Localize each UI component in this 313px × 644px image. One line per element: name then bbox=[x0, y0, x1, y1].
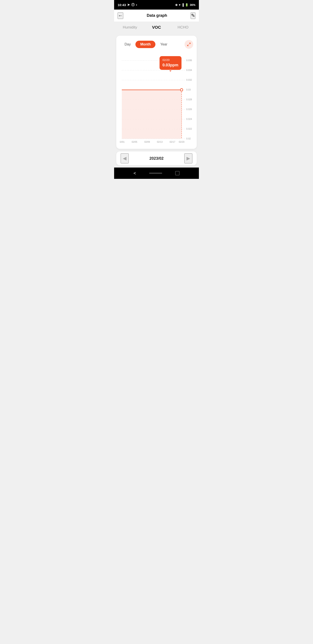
tab-voc[interactable]: VOC bbox=[143, 25, 170, 30]
fb-icon: ⓕ bbox=[131, 3, 135, 7]
system-bar: < bbox=[114, 168, 199, 179]
battery-icon: 🔋 bbox=[185, 3, 188, 6]
svg-text:02/09: 02/09 bbox=[144, 140, 150, 143]
back-button[interactable]: ← bbox=[118, 12, 123, 19]
status-bar: 10:43 ➤ ⓕ • ⊕ ▾ ▐ 🔋 36% bbox=[114, 0, 199, 10]
svg-text:0.022: 0.022 bbox=[186, 128, 192, 130]
period-row: Day Month Year bbox=[120, 40, 193, 49]
period-day-button[interactable]: Day bbox=[120, 41, 135, 48]
chart-area: 02/20 0.03ppm 0.036 bbox=[120, 54, 193, 145]
dot-icon: • bbox=[136, 3, 137, 7]
page-title: Data graph bbox=[147, 13, 167, 18]
svg-text:0.036: 0.036 bbox=[186, 59, 192, 62]
nav-bar: ◀ 2023/02 ▶ bbox=[116, 152, 197, 165]
status-left: 10:43 ➤ ⓕ • bbox=[118, 3, 137, 7]
recents-icon[interactable] bbox=[175, 171, 180, 175]
svg-text:02/13: 02/13 bbox=[157, 140, 163, 143]
home-pill[interactable] bbox=[149, 173, 162, 174]
svg-text:0.026: 0.026 bbox=[186, 108, 192, 110]
svg-text:0.032: 0.032 bbox=[186, 78, 192, 81]
svg-text:0.02: 0.02 bbox=[186, 137, 191, 140]
time: 10:43 bbox=[118, 3, 126, 7]
svg-text:0.03: 0.03 bbox=[186, 88, 191, 91]
svg-text:02/20: 02/20 bbox=[179, 140, 185, 143]
chart-svg: 0.036 0.034 0.032 0.03 0.028 0.026 0.024… bbox=[120, 54, 193, 145]
status-right: ⊕ ▾ ▐ 🔋 36% bbox=[175, 3, 195, 6]
tab-row: Humidity VOC HCHO bbox=[114, 22, 199, 33]
edit-button[interactable]: ✎ bbox=[191, 12, 195, 19]
plus-icon: ⊕ bbox=[175, 3, 178, 6]
location-icon: ➤ bbox=[127, 3, 130, 7]
svg-text:0.024: 0.024 bbox=[186, 118, 192, 120]
battery-level: 36% bbox=[190, 3, 195, 6]
tab-humidity[interactable]: Humidity bbox=[117, 25, 143, 30]
wifi-icon: ▾ bbox=[179, 3, 180, 6]
svg-text:02/01: 02/01 bbox=[120, 140, 125, 143]
chart-card: Day Month Year 02/20 0.03ppm bbox=[116, 36, 197, 149]
svg-text:0.034: 0.034 bbox=[186, 69, 192, 71]
period-year-button[interactable]: Year bbox=[155, 41, 172, 48]
expand-button[interactable] bbox=[185, 40, 193, 49]
svg-text:02/17: 02/17 bbox=[170, 140, 175, 143]
back-system-icon[interactable]: < bbox=[133, 171, 136, 176]
next-period-button[interactable]: ▶ bbox=[184, 154, 192, 164]
tab-hcho[interactable]: HCHO bbox=[170, 25, 196, 30]
header: ← Data graph ✎ bbox=[114, 10, 199, 22]
nav-date: 2023/02 bbox=[149, 156, 163, 161]
svg-text:02/05: 02/05 bbox=[132, 140, 137, 143]
period-month-button[interactable]: Month bbox=[135, 41, 155, 48]
signal-icon: ▐ bbox=[182, 3, 184, 6]
svg-text:0.028: 0.028 bbox=[186, 98, 192, 101]
svg-point-28 bbox=[180, 88, 183, 91]
svg-marker-26 bbox=[122, 90, 182, 139]
prev-period-button[interactable]: ◀ bbox=[121, 154, 129, 164]
